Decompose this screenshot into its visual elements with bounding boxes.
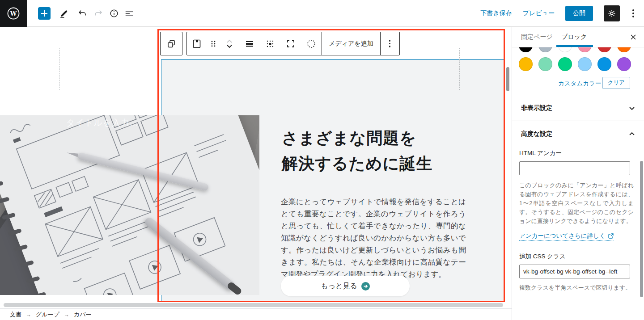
color-swatch[interactable]	[538, 57, 552, 71]
cover-media-image[interactable]	[0, 115, 259, 295]
align-button[interactable]	[239, 32, 260, 55]
block-toolbar: メディアを追加	[186, 32, 400, 55]
arrow-right-circle-icon	[361, 282, 370, 291]
external-link-icon	[608, 233, 614, 239]
color-swatch[interactable]	[578, 47, 592, 52]
anchor-learn-more-link[interactable]: アンカーについてさらに詳しく	[519, 232, 614, 241]
additional-css-label: 追加 CSS クラス	[519, 253, 637, 261]
drag-dots-icon	[209, 38, 217, 49]
cover-heading[interactable]: さまざまな問題を 解決するために誕生	[282, 125, 479, 176]
breadcrumb-document[interactable]: 文書	[10, 311, 21, 319]
info-icon	[109, 8, 119, 18]
tab-page[interactable]: 固定ページ	[521, 27, 553, 47]
drag-handle[interactable]	[207, 32, 220, 55]
photo-overlay	[0, 115, 259, 295]
hidden-settings-accordion[interactable]: 非表示設定	[512, 95, 644, 121]
tab-block[interactable]: ブロック	[561, 27, 587, 47]
custom-color-link[interactable]: カスタムカラー	[558, 80, 601, 88]
palette-actions: カスタムカラー クリア	[512, 74, 644, 95]
anchor-description: このブロックのみに「アンカー」と呼ばれる固有のウェブアドレスを作成するには、1〜…	[519, 181, 634, 226]
full-height-brackets-icon	[285, 38, 296, 49]
duotone-filter-button[interactable]	[301, 32, 322, 55]
more-button[interactable]: もっと見る	[281, 276, 410, 296]
align-icon	[244, 38, 255, 49]
plus-icon	[40, 9, 48, 17]
more-tools-menu-button[interactable]	[631, 7, 636, 20]
post-title-placeholder[interactable]: タイトルを入力...	[66, 117, 138, 129]
gear-icon	[607, 9, 616, 18]
cover-block-icon	[191, 38, 202, 49]
editor-top-bar: W	[0, 0, 644, 27]
block-options-menu-button[interactable]	[381, 32, 399, 55]
block-movers[interactable]	[220, 32, 239, 55]
cover-block-type-button[interactable]	[187, 32, 207, 55]
content-position-button[interactable]	[260, 32, 280, 55]
canvas-horizontal-scrollbar[interactable]	[4, 303, 503, 307]
add-media-button[interactable]: メディアを追加	[322, 32, 380, 55]
color-swatch[interactable]	[617, 57, 631, 71]
color-swatch[interactable]	[578, 57, 592, 71]
preview-button[interactable]: プレビュー	[523, 9, 555, 17]
redo-icon	[93, 8, 103, 18]
list-view-button[interactable]	[124, 8, 135, 19]
content-position-grid-icon	[265, 38, 275, 49]
additional-css-input[interactable]	[519, 265, 630, 278]
color-swatch[interactable]	[597, 57, 611, 71]
color-swatch[interactable]	[558, 57, 572, 71]
color-swatch[interactable]	[519, 47, 533, 52]
html-anchor-input[interactable]	[519, 161, 630, 175]
block-parent-selector	[160, 32, 182, 55]
advanced-settings-panel: HTML アンカー このブロックのみに「アンカー」と呼ばれる固有のウェブアドレス…	[512, 147, 644, 292]
active-tab-underline	[556, 45, 593, 47]
cover-heading-line2: 解決するために誕生	[282, 154, 432, 173]
color-swatch[interactable]	[597, 47, 611, 52]
edit-mode-button[interactable]	[59, 8, 69, 19]
settings-toggle-button[interactable]	[604, 5, 620, 21]
close-sidebar-button[interactable]	[629, 33, 638, 42]
breadcrumb-cover[interactable]: カバー	[74, 311, 92, 319]
color-swatch[interactable]	[617, 47, 631, 52]
pencil-icon	[59, 8, 69, 18]
breadcrumb-arrow: →	[26, 312, 31, 318]
canvas-vertical-scrollbar[interactable]	[506, 67, 509, 91]
save-draft-button[interactable]: 下書き保存	[480, 9, 512, 17]
list-view-icon	[124, 8, 134, 18]
breadcrumb-arrow: →	[64, 312, 69, 318]
color-swatch[interactable]	[538, 47, 552, 52]
wordpress-logo[interactable]: W	[0, 0, 27, 27]
cover-heading-line1: さまざまな問題を	[282, 129, 416, 147]
undo-icon	[77, 8, 87, 18]
block-inserter-button[interactable]	[38, 7, 51, 20]
close-icon	[629, 33, 638, 42]
sidebar-tabs: 固定ページ ブロック	[512, 27, 644, 47]
editor-canvas: タイトルを入力... さまざまな問題を 解決するために誕生 企業にとってウェブサ…	[0, 27, 512, 308]
undo-button[interactable]	[77, 8, 88, 19]
wordpress-logo-icon: W	[7, 7, 20, 20]
color-swatch[interactable]	[519, 57, 533, 71]
anchor-learn-more-label: アンカーについてさらに詳しく	[519, 232, 606, 240]
overlapping-blocks-icon	[166, 38, 177, 49]
color-palette	[512, 47, 644, 74]
more-button-label: もっと見る	[321, 282, 357, 291]
sidebar-scrollbar[interactable]	[640, 161, 643, 297]
html-anchor-label: HTML アンカー	[519, 149, 637, 157]
select-parent-group-button[interactable]	[161, 32, 182, 55]
css-class-help-text: 複数クラスを半角スペースで区切ります。	[519, 284, 634, 292]
chevron-up-icon	[628, 130, 636, 138]
wordpress-editor-screen: タイトルを入力... さまざまな問題を 解決するために誕生 企業にとってウェブサ…	[0, 0, 644, 320]
details-button[interactable]	[109, 8, 119, 19]
full-height-button[interactable]	[280, 32, 301, 55]
color-swatch[interactable]	[558, 47, 572, 52]
block-breadcrumb-bar: 文書 → グループ → カバー	[0, 308, 512, 320]
clear-color-button[interactable]: クリア	[602, 77, 630, 89]
redo-button[interactable]	[93, 8, 104, 19]
breadcrumb-group[interactable]: グループ	[36, 311, 59, 319]
move-up-icon	[225, 38, 234, 44]
publish-button[interactable]: 公開	[565, 6, 593, 21]
advanced-settings-label: 高度な設定	[521, 130, 552, 138]
svg-text:W: W	[10, 10, 17, 17]
cover-paragraph[interactable]: 企業にとってウェブサイトで情報を発信をすることはとても重要なことです。企業のウェ…	[281, 196, 466, 280]
settings-sidebar: 固定ページ ブロック カスタムカラー クリア 非表	[512, 27, 644, 320]
advanced-settings-accordion[interactable]: 高度な設定	[512, 121, 644, 147]
additional-css-section: 追加 CSS クラス 複数クラスを半角スペースで区切ります。	[519, 253, 637, 292]
